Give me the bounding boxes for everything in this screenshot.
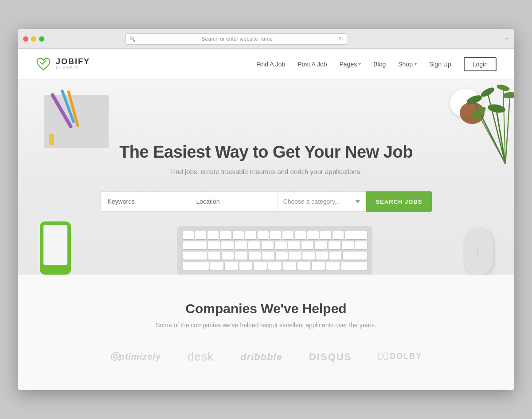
key [315,241,327,249]
location-input[interactable] [189,191,278,212]
search-bar: Choose a category...DesignDevelopmentMar… [100,191,432,212]
maximize-button[interactable] [39,36,44,42]
category-select[interactable]: Choose a category...DesignDevelopmentMar… [278,191,366,212]
key [282,231,293,239]
key [262,241,274,249]
key [222,252,234,260]
address-bar-text: Search or enter website name [138,36,336,42]
keyboard-row-4 [183,262,367,270]
key-tab [183,241,207,249]
chevron-down-icon: ▾ [359,62,361,66]
key [235,252,247,260]
key [249,252,261,260]
mouse-decoration [461,221,497,275]
blog-link[interactable]: Blog [373,61,386,68]
key [268,262,282,270]
mouse-body [464,228,493,275]
key [221,241,233,249]
nav-item-find-job[interactable]: Find A Job [256,60,285,68]
new-tab-button[interactable]: + [505,35,509,43]
companies-subtitle: Some of the companies we've helped recru… [35,322,497,329]
key [258,231,269,239]
optimizely-logo: ⓞptimizely [110,351,161,363]
find-job-link[interactable]: Find A Job [256,61,285,68]
nav-item-blog[interactable]: Blog [373,60,386,68]
nav-item-pages[interactable]: Pages ▾ [339,61,361,68]
key [233,231,244,239]
keyboard-body [177,226,372,275]
key [307,231,318,239]
key [210,262,223,270]
key [207,231,219,239]
search-icon: 🔍 [129,36,136,42]
key [208,252,220,260]
key [283,262,296,270]
logo[interactable]: JOBIFY CLASSIC [35,56,90,72]
notebook-tag [49,134,54,145]
hero-bottom-images [18,217,514,275]
page-content: JOBIFY CLASSIC Find A Job Post A Job Pag… [18,49,514,390]
phone-body [40,221,71,275]
keyboard-row-2 [183,241,367,249]
desk-logo: desk [188,350,214,364]
svg-point-6 [466,93,483,105]
svg-line-3 [488,93,505,164]
key [276,252,288,260]
refresh-icon[interactable]: ↻ [339,36,343,42]
browser-chrome: 🔍 Search or enter website name ↻ + [18,29,514,49]
key-shift-right [341,262,367,270]
svg-point-7 [487,103,506,114]
key-caps [183,252,207,260]
key [289,252,301,260]
logo-text: JOBIFY CLASSIC [56,58,90,71]
svg-point-9 [480,85,496,98]
key [312,262,325,270]
key-enter [343,252,367,260]
key [297,262,311,270]
post-job-link[interactable]: Post A Job [297,61,327,68]
dolby-icon [378,353,388,360]
logo-name: JOBIFY [56,58,90,66]
pages-dropdown[interactable]: Pages ▾ [339,61,361,68]
search-jobs-button[interactable]: SEARCH JOBS [366,191,432,212]
key [270,231,281,239]
key [288,241,300,249]
close-button[interactable] [23,36,28,42]
keyboard-row-3 [183,252,367,260]
nav-item-post-job[interactable]: Post A Job [297,60,327,68]
disqus-logo: DISQUS [309,351,352,363]
companies-section: Companies We've Helped Some of the compa… [18,275,514,390]
minimize-button[interactable] [31,36,36,42]
login-button[interactable]: Login [464,57,497,71]
dolby-logo: DOLBY [378,352,422,362]
key [275,241,287,249]
navbar: JOBIFY CLASSIC Find A Job Post A Job Pag… [18,49,514,80]
key [183,231,194,239]
key [220,231,231,239]
key [332,231,344,239]
hero-title: The Easiest Way to Get Your New Job [100,143,432,162]
dribbble-logo: dribbble [240,351,282,363]
keyboard-decoration [177,226,372,275]
nav-item-login[interactable]: Login [464,60,497,68]
nav-item-shop[interactable]: Shop ▾ [398,61,417,68]
svg-line-2 [505,97,510,164]
hero-section: The Easiest Way to Get Your New Job Find… [18,80,514,275]
shop-dropdown[interactable]: Shop ▾ [398,61,417,68]
key-shift [183,262,209,270]
key [302,252,314,260]
key [295,231,306,239]
key [262,252,274,260]
key [195,231,206,239]
companies-title: Companies We've Helped [35,301,497,316]
keyboard-row-1 [183,231,367,239]
key [301,241,313,249]
nav-links: Find A Job Post A Job Pages ▾ Blog Shop [256,60,497,68]
key-backspace [345,231,367,239]
nav-item-signup[interactable]: Sign Up [429,60,451,68]
keywords-input[interactable] [100,191,189,212]
phone-decoration [35,221,89,275]
key [326,262,340,270]
signup-link[interactable]: Sign Up [429,61,451,68]
address-bar[interactable]: 🔍 Search or enter website name ↻ [125,33,347,45]
